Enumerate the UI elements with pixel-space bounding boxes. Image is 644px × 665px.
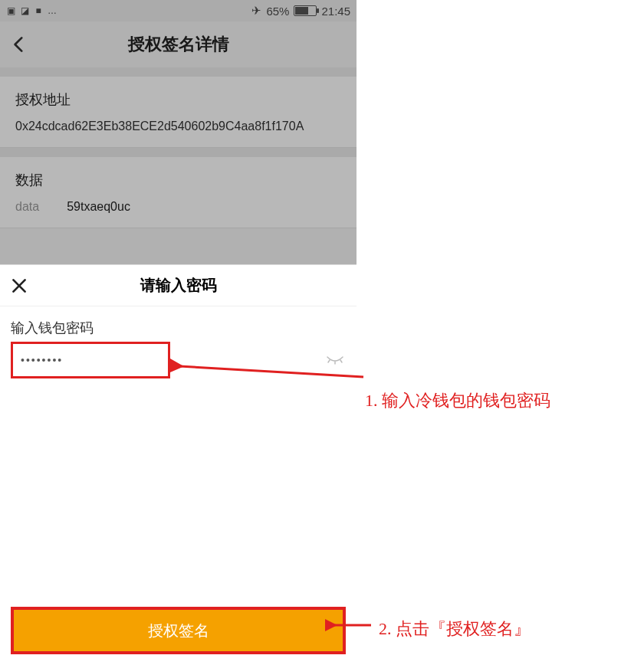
annotation-step1: 1. 输入冷钱包的钱包密码 <box>365 389 550 412</box>
auth-address-section: 授权地址 0x24cdcad62E3Eb38ECE2d540602b9C4aa8… <box>0 77 356 148</box>
status-icon-1: ▣ <box>6 5 15 16</box>
status-icon-2: ◪ <box>20 5 29 16</box>
annotation-arrow-1 <box>170 357 370 389</box>
svg-line-5 <box>179 366 363 377</box>
sheet-title: 请输入密码 <box>0 275 356 296</box>
status-right: ✈ 65% 21:45 <box>251 4 350 18</box>
sheet-header: 请输入密码 <box>0 265 356 306</box>
authorize-sign-button[interactable]: 授权签名 <box>14 610 343 651</box>
phone-frame: ▣ ◪ ■ … ✈ 65% 21:45 授权签名详情 授权地址 0x24cdca… <box>0 0 356 665</box>
clock-time: 21:45 <box>321 5 350 18</box>
battery-percent: 65% <box>266 5 289 18</box>
status-icon-4: … <box>48 5 57 16</box>
data-section: 数据 data 59txaeq0uc <box>0 157 356 228</box>
password-sheet: 请输入密码 输入钱包密码 授权签名 <box>0 264 356 665</box>
data-key: data <box>15 200 39 214</box>
close-icon[interactable] <box>9 276 29 296</box>
nav-bar: 授权签名详情 <box>0 21 356 67</box>
password-field-label: 输入钱包密码 <box>11 319 346 337</box>
battery-icon <box>294 5 317 16</box>
annotation-arrow-2 <box>325 616 377 634</box>
data-section-label: 数据 <box>15 171 341 189</box>
status-icon-3: ■ <box>34 5 43 16</box>
annotation-step2: 2. 点击『授权签名』 <box>379 618 531 640</box>
airplane-mode-icon: ✈ <box>251 4 261 18</box>
status-bar: ▣ ◪ ■ … ✈ 65% 21:45 <box>0 0 356 21</box>
wallet-password-input[interactable] <box>11 342 170 378</box>
auth-address-label: 授权地址 <box>15 90 341 109</box>
data-value: 59txaeq0uc <box>67 200 130 214</box>
back-icon[interactable] <box>9 34 29 54</box>
page-title: 授权签名详情 <box>0 33 356 56</box>
status-left-icons: ▣ ◪ ■ … <box>6 5 57 16</box>
auth-address-value: 0x24cdcad62E3Eb38ECE2d540602b9C4aa8f1f17… <box>15 120 341 133</box>
